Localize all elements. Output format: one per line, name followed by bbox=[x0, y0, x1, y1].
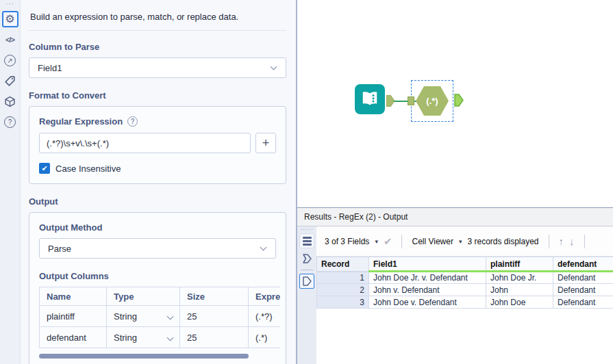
expression-cell[interactable]: (.*) bbox=[249, 327, 281, 348]
field1-cell[interactable]: John v. Defendant bbox=[369, 284, 486, 296]
results-title-bar[interactable]: Results - RegEx (2) - Output bbox=[297, 208, 613, 226]
output-anchor-button[interactable] bbox=[299, 274, 314, 289]
type-cell-select[interactable]: String bbox=[107, 327, 180, 348]
regex-configuration-panel: Build an expression to parse, match, or … bbox=[21, 0, 296, 364]
tool-description: Build an expression to parse, match, or … bbox=[29, 7, 286, 30]
defendant-cell[interactable]: Defendant bbox=[553, 272, 613, 284]
tab-package[interactable] bbox=[2, 93, 18, 109]
col-header-type[interactable]: Type bbox=[107, 287, 180, 306]
records-view-button[interactable] bbox=[299, 233, 314, 248]
tab-configuration[interactable]: ⚙ bbox=[2, 11, 18, 27]
defendant-cell[interactable]: Defendant bbox=[553, 284, 613, 296]
size-cell[interactable]: 25 bbox=[180, 306, 249, 327]
chevron-down-icon bbox=[271, 64, 277, 70]
nav-circle-arrow-icon: ↗ bbox=[4, 55, 16, 66]
plaintiff-cell[interactable]: John Doe Jr. bbox=[486, 272, 553, 284]
output-label: Output bbox=[29, 196, 286, 207]
alteryx-window: ··· ⚙ </> ↗ ? Build an expression to par… bbox=[0, 0, 613, 364]
records-displayed-label: 3 records displayed bbox=[467, 237, 538, 246]
results-anchor-rail: ····· bbox=[297, 226, 316, 364]
column-to-parse-label: Column to Parse bbox=[29, 42, 286, 52]
table-row[interactable]: 1 John Doe Jr. v. Defendant John Doe Jr.… bbox=[317, 272, 613, 284]
text-input-tool-node[interactable] bbox=[355, 84, 385, 114]
field1-cell[interactable]: John Doe Jr. v. Defendant bbox=[369, 272, 486, 284]
col-header-plaintiff[interactable]: plaintiff bbox=[486, 257, 553, 272]
table-row[interactable]: 3 John Doe v. Defendant John Doe Defenda… bbox=[317, 296, 613, 309]
table-row[interactable]: 2 John v. Defendant John Defendant bbox=[317, 284, 613, 296]
input-anchor-icon bbox=[301, 253, 312, 264]
regex-help-icon[interactable]: ? bbox=[127, 116, 138, 127]
table-row: plaintiff String 25 (.*?) bbox=[40, 306, 281, 327]
results-toolbar: 3 of 3 Fields ▾ ✔ Cell Viewer ▾ 3 record… bbox=[316, 226, 613, 257]
field1-cell[interactable]: John Doe v. Defendant bbox=[369, 296, 486, 309]
output-method-select[interactable]: Parse bbox=[39, 238, 276, 259]
results-title: Results - RegEx (2) - Output bbox=[304, 212, 408, 222]
plaintiff-cell[interactable]: John Doe bbox=[486, 296, 553, 309]
name-cell[interactable]: defendant bbox=[40, 327, 107, 348]
case-insensitive-checkbox[interactable]: ✔ bbox=[39, 163, 50, 174]
help-icon: ? bbox=[4, 116, 16, 128]
expression-cell[interactable]: (.*?) bbox=[249, 306, 281, 327]
input-anchor-button[interactable] bbox=[299, 251, 314, 266]
scroll-up-icon[interactable]: ↑ bbox=[559, 235, 564, 247]
format-to-convert-label: Format to Convert bbox=[29, 90, 286, 101]
col-header-defendant[interactable]: defendant bbox=[553, 257, 613, 272]
col-header-record[interactable]: Record bbox=[317, 257, 369, 272]
output-anchor-icon bbox=[301, 276, 312, 287]
tab-annotation[interactable] bbox=[2, 73, 18, 89]
plaintiff-cell[interactable]: John bbox=[486, 284, 553, 296]
divider bbox=[301, 270, 313, 270]
col-header-field1[interactable]: Field1 bbox=[369, 257, 486, 272]
chevron-down-icon bbox=[260, 244, 267, 251]
divider bbox=[29, 30, 286, 31]
workflow-canvas[interactable]: (.*) bbox=[297, 0, 613, 207]
chevron-down-icon[interactable]: ▾ bbox=[375, 238, 378, 245]
regular-expression-label: Regular Expression bbox=[39, 116, 123, 127]
results-data-table: Record Field1 plaintiff defendant 1 John… bbox=[316, 257, 613, 309]
tab-navigate[interactable]: ↗ bbox=[2, 52, 18, 68]
fields-summary[interactable]: 3 of 3 Fields bbox=[325, 237, 369, 246]
gear-icon: ⚙ bbox=[5, 14, 14, 25]
name-cell[interactable]: plaintiff bbox=[40, 306, 107, 327]
config-sidebar-rail: ··· ⚙ </> ↗ ? bbox=[0, 0, 21, 364]
apply-check-icon[interactable]: ✔ bbox=[384, 235, 392, 248]
output-columns-label: Output Columns bbox=[39, 271, 276, 281]
regex-input-anchor[interactable] bbox=[408, 96, 414, 105]
results-drag-handle[interactable]: ····· bbox=[300, 227, 314, 232]
table-row: defendant String 25 (.*) bbox=[40, 327, 281, 348]
record-number-cell: 3 bbox=[317, 296, 369, 309]
output-columns-table: Name Type Size Expression plaintiff Stri… bbox=[39, 287, 280, 348]
output-columns-table-wrap: Name Type Size Expression plaintiff Stri… bbox=[39, 287, 280, 359]
scroll-down-icon[interactable]: ↓ bbox=[569, 235, 575, 247]
output-method-value: Parse bbox=[48, 244, 71, 254]
regex-input[interactable] bbox=[39, 133, 251, 153]
horizontal-scrollbar[interactable] bbox=[39, 354, 249, 359]
regex-output-anchor[interactable] bbox=[454, 94, 464, 107]
rail-drag-handle[interactable]: ··· bbox=[5, 1, 14, 7]
chevron-down-icon bbox=[167, 313, 174, 320]
size-cell[interactable]: 25 bbox=[180, 327, 249, 348]
column-to-parse-select[interactable]: Field1 bbox=[29, 57, 286, 78]
col-header-size[interactable]: Size bbox=[180, 287, 249, 306]
col-header-name[interactable]: Name bbox=[40, 287, 107, 306]
tag-icon bbox=[4, 75, 16, 87]
divider bbox=[549, 235, 549, 248]
workspace-region: (.*) Results - RegEx (2) - Output ····· bbox=[296, 0, 613, 364]
add-expression-button[interactable]: + bbox=[255, 133, 276, 153]
results-panel: Results - RegEx (2) - Output ····· bbox=[297, 207, 613, 364]
column-to-parse-value: Field1 bbox=[38, 63, 62, 73]
defendant-cell[interactable]: Defendant bbox=[553, 296, 613, 309]
chevron-down-icon[interactable]: ▾ bbox=[459, 238, 462, 245]
tab-help[interactable]: ? bbox=[2, 114, 18, 130]
data-grid-icon bbox=[303, 237, 312, 246]
record-number-cell: 2 bbox=[317, 284, 369, 296]
chevron-down-icon bbox=[167, 335, 174, 341]
tab-code[interactable]: </> bbox=[2, 31, 18, 48]
output-group: Output Method Parse Output Columns Name … bbox=[29, 212, 286, 364]
col-header-expression[interactable]: Expression bbox=[249, 287, 281, 306]
cell-viewer-button[interactable]: Cell Viewer bbox=[412, 237, 453, 246]
code-icon: </> bbox=[5, 36, 14, 44]
regex-node-label: (.*) bbox=[415, 85, 449, 117]
format-to-convert-group: Regular Expression ? + ✔ Case Insensitiv… bbox=[29, 106, 286, 184]
type-cell-select[interactable]: String bbox=[107, 306, 180, 327]
